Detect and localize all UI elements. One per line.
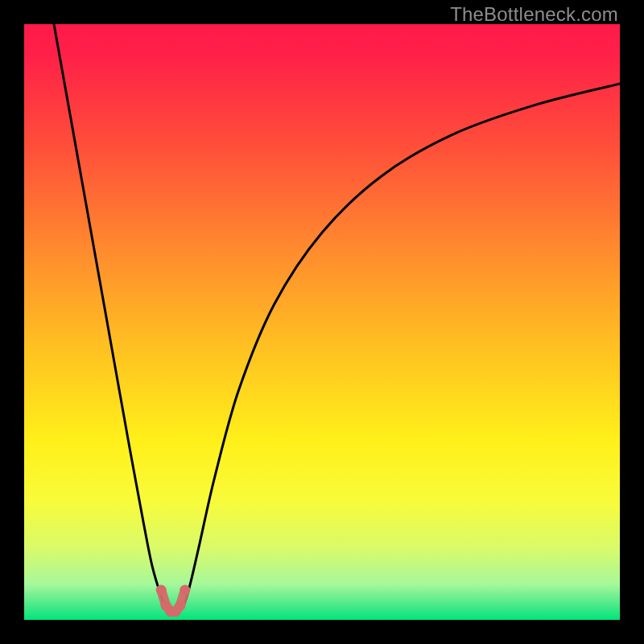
- svg-point-1: [156, 585, 167, 596]
- watermark-text: TheBottleneck.com: [450, 3, 618, 26]
- bottom-marker-cluster: [156, 585, 191, 617]
- plot-frame: [24, 24, 620, 620]
- chart-svg: [24, 24, 620, 620]
- bottleneck-curve: [54, 24, 620, 613]
- svg-point-5: [175, 601, 185, 611]
- svg-point-6: [180, 585, 190, 596]
